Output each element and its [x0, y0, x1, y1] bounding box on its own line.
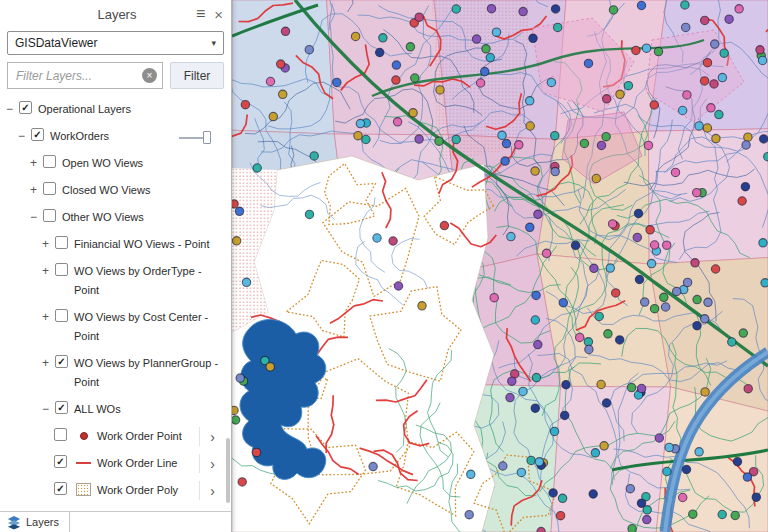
map-marker[interactable] [695, 122, 703, 130]
map-marker[interactable] [389, 237, 397, 245]
map-marker[interactable] [597, 380, 605, 388]
map-marker[interactable] [436, 86, 444, 94]
map-marker[interactable] [628, 525, 636, 532]
map-marker[interactable] [643, 515, 651, 523]
map-marker[interactable] [715, 110, 723, 118]
map-marker[interactable] [281, 27, 289, 35]
map-marker[interactable] [597, 141, 605, 149]
map-marker[interactable] [490, 294, 498, 302]
map-marker[interactable] [756, 46, 764, 54]
checkbox-open-wo-views[interactable] [43, 155, 56, 168]
map-marker[interactable] [761, 279, 768, 287]
map-marker[interactable] [549, 489, 557, 497]
map-marker[interactable] [571, 241, 579, 249]
map-marker[interactable] [738, 197, 746, 205]
map-marker[interactable] [609, 6, 617, 14]
map-marker[interactable] [660, 293, 668, 301]
map-marker[interactable] [266, 363, 274, 371]
checkbox-wo-views-by-ordertype-point[interactable] [55, 263, 68, 276]
map-marker[interactable] [534, 210, 542, 218]
map-marker[interactable] [691, 259, 699, 267]
map-marker[interactable] [744, 385, 752, 393]
map-marker[interactable] [305, 46, 313, 54]
checkbox-wo-views-by-cost-center-point[interactable] [55, 309, 68, 322]
map-marker[interactable] [266, 77, 274, 85]
map-marker[interactable] [759, 239, 767, 247]
map-marker[interactable] [764, 153, 768, 161]
map-marker[interactable] [695, 448, 703, 456]
map-marker[interactable] [595, 312, 603, 320]
map-marker[interactable] [681, 1, 689, 9]
map-marker[interactable] [642, 44, 650, 52]
layer-item-wo-views-by-plannergroup-point[interactable]: +✓WO Views by PlannerGroup - Point [0, 350, 225, 396]
map-marker[interactable] [554, 23, 562, 31]
map-marker[interactable] [519, 387, 527, 395]
map-marker[interactable] [531, 404, 539, 412]
map-marker[interactable] [576, 333, 584, 341]
map-marker[interactable] [333, 78, 341, 86]
opacity-slider[interactable] [179, 131, 211, 144]
checkbox-finiancial-wo-views-point[interactable] [55, 236, 68, 249]
expand-icon[interactable]: + [42, 356, 55, 370]
layer-item-operational-layers[interactable]: −✓Operational Layers [0, 96, 225, 123]
layer-item-work-order-line[interactable]: ✓Work Order Line› [0, 450, 225, 477]
map-marker[interactable] [556, 512, 564, 520]
map-marker[interactable] [526, 223, 534, 231]
map-marker[interactable] [498, 131, 506, 139]
map-marker[interactable] [241, 101, 249, 109]
map-marker[interactable] [703, 59, 711, 67]
map-marker[interactable] [608, 220, 616, 228]
map-marker[interactable] [551, 5, 559, 13]
map-marker[interactable] [476, 79, 484, 87]
map-marker[interactable] [379, 34, 387, 42]
map-marker[interactable] [707, 104, 715, 112]
checkbox-all-wos[interactable]: ✓ [55, 401, 68, 414]
map-marker[interactable] [591, 449, 599, 457]
map-service-dropdown[interactable]: GISDataViewer ▾ [7, 31, 224, 55]
map-marker[interactable] [531, 167, 539, 175]
map-marker[interactable] [376, 48, 384, 56]
map-marker[interactable] [547, 78, 555, 86]
map-marker[interactable] [440, 221, 448, 229]
map-marker[interactable] [507, 232, 515, 240]
map-marker[interactable] [683, 91, 691, 99]
map-marker[interactable] [515, 141, 523, 149]
map-marker[interactable] [562, 381, 570, 389]
layer-item-work-order-point[interactable]: Work Order Point› [0, 423, 225, 450]
map-marker[interactable] [743, 473, 751, 481]
map-marker[interactable] [482, 45, 490, 53]
map-marker[interactable] [232, 237, 240, 245]
map-marker[interactable] [700, 77, 708, 85]
map-marker[interactable] [550, 427, 558, 435]
checkbox-work-order-point[interactable] [54, 428, 67, 441]
map-marker[interactable] [531, 316, 539, 324]
map-marker[interactable] [351, 32, 359, 40]
map-marker[interactable] [606, 264, 614, 272]
expand-icon[interactable]: + [30, 156, 43, 170]
map-marker[interactable] [603, 95, 611, 103]
collapse-icon[interactable]: − [18, 129, 31, 143]
map-marker[interactable] [683, 278, 691, 286]
collapse-icon[interactable]: − [30, 210, 43, 224]
map-marker[interactable] [310, 152, 318, 160]
chevron-right-icon[interactable]: › [199, 481, 225, 500]
map-marker[interactable] [646, 226, 654, 234]
checkbox-work-order-poly[interactable]: ✓ [54, 482, 67, 495]
map-marker[interactable] [600, 442, 608, 450]
layer-item-wo-views-by-cost-center-point[interactable]: +WO Views by Cost Center - Point [0, 304, 225, 350]
map-marker[interactable] [626, 485, 634, 493]
map-marker[interactable] [728, 338, 736, 346]
map-marker[interactable] [654, 47, 662, 55]
layer-item-closed-wo-views[interactable]: +Closed WO Views [0, 177, 225, 204]
map-marker[interactable] [624, 82, 632, 90]
close-icon[interactable]: × [214, 6, 223, 23]
map-marker[interactable] [238, 478, 246, 486]
map-marker[interactable] [452, 5, 460, 13]
map-marker[interactable] [585, 345, 593, 353]
map-marker[interactable] [535, 458, 543, 466]
checkbox-wo-views-by-plannergroup-point[interactable]: ✓ [55, 355, 68, 368]
map-marker[interactable] [532, 291, 540, 299]
map-marker[interactable] [502, 139, 510, 147]
map-marker[interactable] [253, 164, 261, 172]
map-marker[interactable] [406, 43, 414, 51]
